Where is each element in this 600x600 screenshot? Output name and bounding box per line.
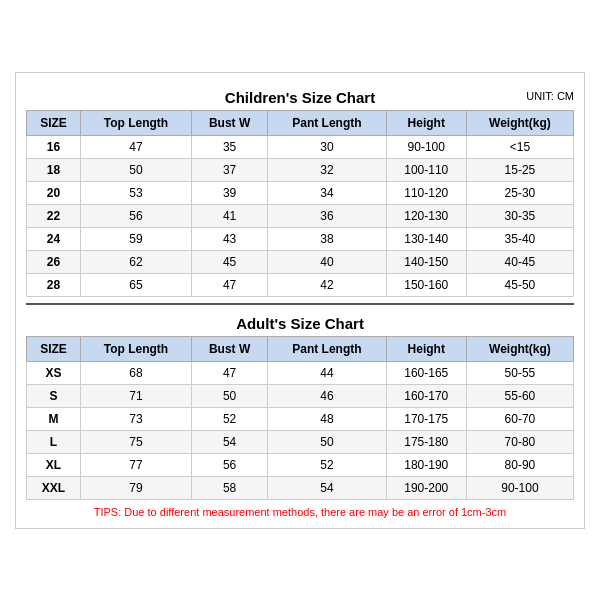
table-cell: 30-35	[466, 204, 573, 227]
table-cell: 35-40	[466, 227, 573, 250]
table-cell: 54	[192, 430, 268, 453]
section-divider	[26, 303, 574, 305]
table-cell: 30	[268, 135, 386, 158]
table-cell: 160-170	[386, 384, 466, 407]
table-cell: 40-45	[466, 250, 573, 273]
table-cell: 20	[27, 181, 81, 204]
table-cell: 71	[80, 384, 191, 407]
adult-table-body: XS684744160-16550-55S715046160-17055-60M…	[27, 361, 574, 499]
adult-col-size: SIZE	[27, 336, 81, 361]
table-cell: 40	[268, 250, 386, 273]
table-row: S715046160-17055-60	[27, 384, 574, 407]
children-size-table: SIZE Top Length Bust W Pant Length Heigh…	[26, 110, 574, 297]
table-cell: 175-180	[386, 430, 466, 453]
table-cell: 48	[268, 407, 386, 430]
children-col-pant-length: Pant Length	[268, 110, 386, 135]
table-cell: 52	[268, 453, 386, 476]
table-cell: 32	[268, 158, 386, 181]
children-section-title: Children's Size Chart UNIT: CM	[26, 83, 574, 110]
adult-col-height: Height	[386, 336, 466, 361]
table-cell: 52	[192, 407, 268, 430]
table-cell: 50	[80, 158, 191, 181]
table-cell: 80-90	[466, 453, 573, 476]
table-cell: 43	[192, 227, 268, 250]
table-row: 18503732100-11015-25	[27, 158, 574, 181]
table-row: M735248170-17560-70	[27, 407, 574, 430]
adult-section-title: Adult's Size Chart	[26, 309, 574, 336]
table-cell: 50	[192, 384, 268, 407]
table-cell: S	[27, 384, 81, 407]
table-cell: 68	[80, 361, 191, 384]
children-col-size: SIZE	[27, 110, 81, 135]
table-cell: 38	[268, 227, 386, 250]
table-cell: 34	[268, 181, 386, 204]
table-cell: 53	[80, 181, 191, 204]
table-row: 24594338130-14035-40	[27, 227, 574, 250]
adult-col-weight: Weight(kg)	[466, 336, 573, 361]
table-cell: <15	[466, 135, 573, 158]
table-cell: XL	[27, 453, 81, 476]
table-cell: 59	[80, 227, 191, 250]
table-cell: 37	[192, 158, 268, 181]
table-cell: 79	[80, 476, 191, 499]
table-row: 28654742150-16045-50	[27, 273, 574, 296]
table-cell: 180-190	[386, 453, 466, 476]
children-title-text: Children's Size Chart	[225, 89, 375, 106]
size-chart-container: Children's Size Chart UNIT: CM SIZE Top …	[15, 72, 585, 529]
table-cell: 60-70	[466, 407, 573, 430]
adult-col-bust-w: Bust W	[192, 336, 268, 361]
children-col-height: Height	[386, 110, 466, 135]
table-row: 20533934110-12025-30	[27, 181, 574, 204]
children-table-body: 1647353090-100<1518503732100-11015-25205…	[27, 135, 574, 296]
table-cell: 47	[192, 273, 268, 296]
table-cell: 75	[80, 430, 191, 453]
table-cell: 62	[80, 250, 191, 273]
table-cell: 50-55	[466, 361, 573, 384]
table-cell: 58	[192, 476, 268, 499]
table-row: 22564136120-13030-35	[27, 204, 574, 227]
table-cell: 35	[192, 135, 268, 158]
table-cell: 56	[192, 453, 268, 476]
adult-header-row: SIZE Top Length Bust W Pant Length Heigh…	[27, 336, 574, 361]
table-cell: 170-175	[386, 407, 466, 430]
table-cell: 77	[80, 453, 191, 476]
table-cell: 130-140	[386, 227, 466, 250]
table-cell: 15-25	[466, 158, 573, 181]
unit-label: UNIT: CM	[526, 90, 574, 102]
table-cell: 42	[268, 273, 386, 296]
table-cell: 39	[192, 181, 268, 204]
table-cell: 47	[192, 361, 268, 384]
table-cell: 36	[268, 204, 386, 227]
table-cell: L	[27, 430, 81, 453]
table-row: XS684744160-16550-55	[27, 361, 574, 384]
children-col-weight: Weight(kg)	[466, 110, 573, 135]
table-cell: 90-100	[386, 135, 466, 158]
table-cell: 70-80	[466, 430, 573, 453]
table-cell: 25-30	[466, 181, 573, 204]
adult-title-text: Adult's Size Chart	[236, 315, 364, 332]
table-cell: 90-100	[466, 476, 573, 499]
table-cell: 65	[80, 273, 191, 296]
table-row: L755450175-18070-80	[27, 430, 574, 453]
table-cell: 41	[192, 204, 268, 227]
table-cell: 160-165	[386, 361, 466, 384]
table-cell: 190-200	[386, 476, 466, 499]
table-cell: 26	[27, 250, 81, 273]
table-cell: 56	[80, 204, 191, 227]
table-cell: 45	[192, 250, 268, 273]
table-cell: 110-120	[386, 181, 466, 204]
children-col-bust-w: Bust W	[192, 110, 268, 135]
table-row: XL775652180-19080-90	[27, 453, 574, 476]
adult-size-table: SIZE Top Length Bust W Pant Length Heigh…	[26, 336, 574, 500]
table-cell: 44	[268, 361, 386, 384]
children-col-top-length: Top Length	[80, 110, 191, 135]
table-cell: XS	[27, 361, 81, 384]
table-row: XXL795854190-20090-100	[27, 476, 574, 499]
table-cell: 100-110	[386, 158, 466, 181]
table-cell: 47	[80, 135, 191, 158]
table-cell: XXL	[27, 476, 81, 499]
table-cell: 54	[268, 476, 386, 499]
table-cell: 18	[27, 158, 81, 181]
tips-text: TIPS: Due to different measurement metho…	[26, 506, 574, 518]
adult-col-top-length: Top Length	[80, 336, 191, 361]
